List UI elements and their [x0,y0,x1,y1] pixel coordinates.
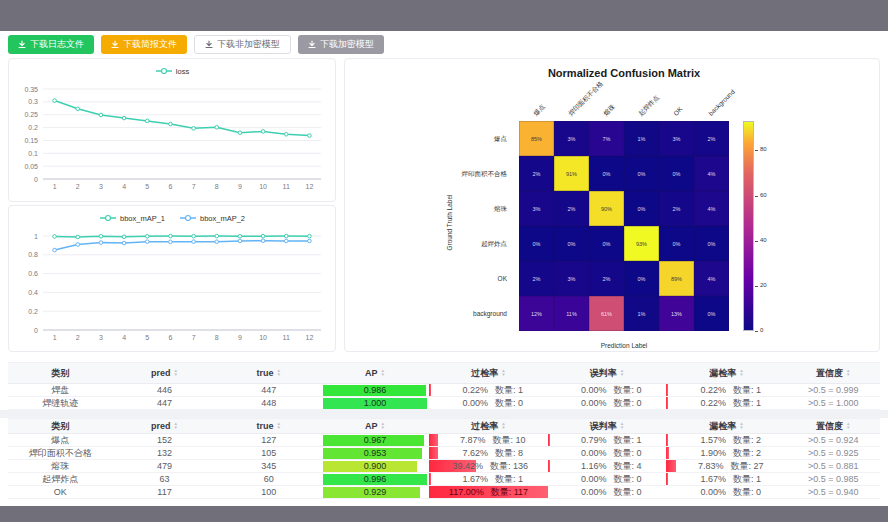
sort-caret-icon[interactable]: ▲▼ [620,369,624,377]
metric-count: 数量: 117 [491,486,528,498]
sort-caret-icon[interactable]: ▲▼ [174,369,178,377]
legend-item-loss[interactable]: loss [155,67,189,76]
cell-confidence: >0.5 = 1.000 [787,397,880,409]
sort-caret-icon[interactable]: ▲▼ [846,369,850,377]
ap-value: 0.967 [323,435,427,446]
matrix-cell-value: 0% [533,241,541,247]
svg-text:0.6: 0.6 [28,270,38,277]
legend-item-bbox_mAP_1[interactable]: bbox_mAP_1 [99,214,165,223]
matrix-row-label: 焊印面积不合格 [345,156,513,191]
colorbar-tick [755,331,758,332]
matrix-cell: 2% [659,191,694,226]
matrix-cell-value: 4% [708,171,716,177]
metric-bar [429,473,431,485]
cell-confidence: >0.5 = 0.999 [787,384,880,396]
sort-caret-icon[interactable]: ▲▼ [276,369,280,377]
matrix-row-label: 起焊炸点 [345,226,513,261]
matrix-col-label: 爆点 [530,101,548,119]
column-header-over[interactable]: 过检率▲▼ [429,418,548,434]
column-header-miss[interactable]: 漏检率▲▼ [666,362,786,384]
metric-text: 1.90%数量: 2 [692,447,761,459]
sort-caret-icon[interactable]: ▲▼ [276,422,280,430]
column-header-pred[interactable]: pred▲▼ [113,362,217,384]
metric-percent: 0.00% [692,487,726,497]
sort-caret-icon[interactable]: ▲▼ [501,369,505,377]
matrix-cell: 85% [519,121,554,156]
column-header-pred[interactable]: pred▲▼ [113,418,217,434]
metric-text: 0.22%数量: 1 [692,397,761,409]
matrix-cell: 0% [519,226,554,261]
column-header-label: 误判率 [590,420,617,433]
sort-caret-icon[interactable]: ▲▼ [501,422,505,430]
svg-text:8: 8 [215,183,219,190]
dashboard-screenshot: 下载日志文件 下载简报文件 下载非加密模型 下载加密模型 loss 00.050… [0,0,888,522]
sort-caret-icon[interactable]: ▲▼ [739,422,743,430]
download-report-button[interactable]: 下载简报文件 [101,35,187,54]
svg-text:0.05: 0.05 [24,163,38,170]
column-header-mis[interactable]: 误判率▲▼ [548,418,667,434]
matrix-cell-value: 0% [603,171,611,177]
sort-caret-icon[interactable]: ▲▼ [739,369,743,377]
cell-pred: 63 [113,473,217,485]
metric-text: 0.00%数量: 0 [573,486,642,498]
cell-ap: 0.986 [321,384,429,396]
metric-percent: 1.57% [692,435,726,445]
sort-caret-icon[interactable]: ▲▼ [846,422,850,430]
ap-bar-track: 0.953 [323,448,427,459]
sort-caret-icon[interactable]: ▲▼ [381,422,385,430]
legend-line-icon [99,214,117,222]
sort-caret-icon[interactable]: ▲▼ [620,422,624,430]
download-unencrypted-model-button[interactable]: 下载非加密模型 [194,35,291,54]
matrix-col-label: 起焊炸点 [635,92,662,119]
column-header-ap[interactable]: AP▲▼ [321,362,429,384]
top-chrome-strip [0,0,888,31]
metric-count: 数量: 0 [733,486,761,498]
cell-pred: 132 [113,447,217,459]
svg-text:1: 1 [34,233,38,240]
column-header-miss[interactable]: 漏检率▲▼ [666,418,786,434]
matrix-col-label: 熔珠 [600,101,618,119]
metric-percent: 1.16% [573,461,607,471]
download-icon [111,40,119,49]
metric-text: 1.67%数量: 1 [692,473,761,485]
metric-count: 数量: 0 [614,486,642,498]
cell-miss: 1.90%数量: 2 [666,447,786,459]
cell-over: 1.67%数量: 1 [429,473,548,485]
column-header-label: 过检率 [471,367,498,380]
metric-count: 数量: 27 [730,460,763,472]
matrix-cell: 0% [694,226,729,261]
svg-text:3: 3 [99,334,103,341]
sort-caret-icon[interactable]: ▲▼ [174,422,178,430]
sort-caret-icon[interactable]: ▲▼ [381,369,385,377]
column-header-mis[interactable]: 误判率▲▼ [548,362,667,384]
download-encrypted-model-button[interactable]: 下载加密模型 [298,35,384,54]
matrix-cell-value: 4% [708,206,716,212]
metric-text: 1.16%数量: 4 [573,460,642,472]
metric-count: 数量: 136 [490,460,528,472]
metric-text: 1.57%数量: 2 [692,434,761,446]
table-header-row: 类别pred▲▼true▲▼AP▲▼过检率▲▼误判率▲▼漏检率▲▼置信度▲▼ [8,362,880,384]
column-header-true[interactable]: true▲▼ [216,362,321,384]
column-header-true[interactable]: true▲▼ [216,418,321,434]
colorbar-tick [755,241,758,242]
cell-miss: 1.67%数量: 1 [666,473,786,485]
metric-count: 数量: 0 [614,384,642,396]
column-header-conf[interactable]: 置信度▲▼ [787,362,880,384]
metric-percent: 1.67% [454,474,488,484]
cell-pred: 446 [113,384,217,396]
matrix-cell-value: 2% [533,171,541,177]
matrix-cell: 4% [694,261,729,296]
column-header-ap[interactable]: AP▲▼ [321,418,429,434]
metric-count: 数量: 0 [614,447,642,459]
column-header-label: AP [365,368,378,378]
legend-item-bbox_mAP_2[interactable]: bbox_mAP_2 [179,214,245,223]
download-log-button[interactable]: 下载日志文件 [8,35,94,54]
column-header-conf[interactable]: 置信度▲▼ [787,418,880,434]
prediction-axis-label: Prediction Label [519,342,729,349]
column-header-over[interactable]: 过检率▲▼ [429,362,548,384]
cell-pred: 447 [113,397,217,409]
cell-ap: 0.996 [321,473,429,485]
svg-text:0.3: 0.3 [28,98,38,105]
button-label: 下载非加密模型 [217,38,280,51]
metric-count: 数量: 0 [495,397,523,409]
